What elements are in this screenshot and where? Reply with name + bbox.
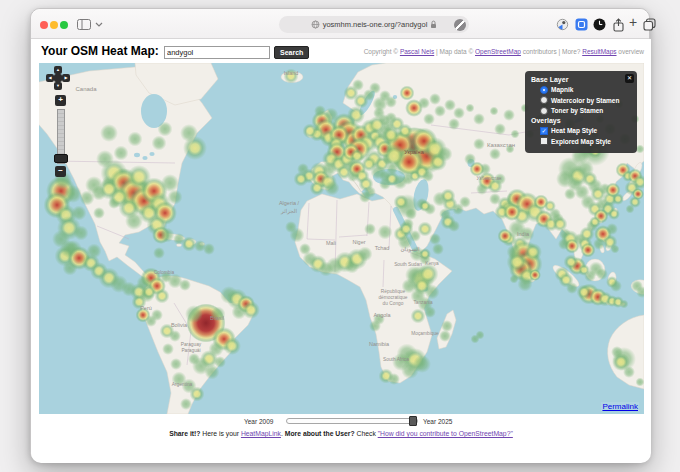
heat-point	[623, 366, 635, 378]
year-slider-handle[interactable]	[409, 416, 417, 426]
heat-point	[490, 107, 499, 116]
layer-panel-close-button[interactable]: ✕	[625, 74, 634, 83]
heat-point	[158, 122, 173, 137]
layer-switcher-panel: ✕ Base Layer MapnikWatercolor by StamenT…	[525, 71, 637, 153]
minimize-window-button[interactable]	[50, 21, 58, 29]
clock-extension-icon[interactable]	[593, 18, 606, 31]
map-label: Niger	[352, 239, 365, 245]
map-label: Україна	[404, 149, 424, 155]
heat-point	[434, 105, 446, 117]
share-icon[interactable]	[612, 18, 625, 32]
radio-button[interactable]	[540, 86, 548, 94]
heat-point	[179, 279, 191, 291]
map-label: Mali	[326, 240, 336, 246]
sidebar-toggle-icon[interactable]	[77, 19, 91, 30]
heat-point	[596, 268, 608, 280]
map-label: du Congo	[383, 301, 404, 306]
how-did-you-contribute-link[interactable]: "How did you contribute to OpenStreetMap…	[378, 430, 513, 437]
heat-point	[448, 118, 460, 130]
chevron-down-icon[interactable]	[95, 22, 103, 27]
extension-blue-icon[interactable]	[575, 18, 588, 31]
pan-down-button[interactable]: ▼	[54, 82, 62, 90]
heat-point	[72, 206, 87, 221]
heat-point	[100, 124, 118, 142]
radio-button[interactable]	[540, 96, 548, 104]
map-label: Argentina	[172, 382, 193, 387]
heat-point	[419, 200, 431, 212]
map-label: Казахстан	[487, 142, 515, 148]
permalink-link[interactable]: Permalink	[601, 402, 639, 411]
map-label: السودان	[401, 246, 420, 253]
map-label: India	[517, 231, 530, 237]
map-label: Tanzania	[413, 300, 433, 305]
map-label: démocratique	[378, 295, 407, 300]
heat-point	[190, 387, 205, 402]
copyright-line: Copyright © Pascal Neis | Map data © Ope…	[364, 48, 644, 55]
year-slider-track[interactable]	[286, 418, 418, 424]
pan-up-button[interactable]: ▲	[54, 66, 62, 74]
heat-point	[411, 309, 426, 324]
openstreetmap-link[interactable]: OpenStreetMap	[475, 48, 521, 55]
layer-option-label[interactable]: Toner by Stamen	[551, 107, 603, 114]
heat-point	[60, 240, 78, 258]
site-badge-icon[interactable]	[454, 19, 466, 31]
heat-point	[74, 226, 89, 241]
heat-point	[352, 79, 364, 91]
heat-point	[394, 195, 409, 210]
heat-point	[185, 305, 203, 323]
zoom-out-button[interactable]: −	[55, 166, 66, 177]
heat-point	[611, 245, 620, 254]
heat-point	[388, 373, 400, 385]
checkbox[interactable]	[540, 137, 548, 145]
zoom-window-button[interactable]	[60, 21, 68, 29]
heat-point	[188, 353, 200, 365]
map-canvas[interactable]: CanadaIslandУкраїнаКазахстанУзбекистанAl…	[39, 63, 644, 414]
heat-point	[459, 196, 471, 208]
heat-point	[593, 238, 605, 250]
layer-option-row: Toner by Stamen	[540, 107, 631, 115]
desktop-background: yosmhm.neis-one.org/?andygol + Your	[0, 0, 680, 472]
checkbox[interactable]	[540, 127, 548, 135]
map-label: Namibia	[369, 341, 390, 347]
layer-option-label[interactable]: Heat Map Style	[551, 127, 597, 134]
map-label: République	[381, 289, 406, 294]
tabs-overview-icon[interactable]	[643, 18, 656, 31]
heat-point	[438, 147, 453, 162]
zoom-slider-handle[interactable]	[54, 154, 68, 163]
username-input[interactable]	[164, 46, 270, 59]
map-label: Tchad	[375, 245, 390, 251]
heat-point	[214, 356, 226, 368]
heat-point	[589, 216, 601, 228]
heat-point	[155, 289, 170, 304]
pan-left-button[interactable]: ◀	[46, 74, 54, 82]
pan-right-button[interactable]: ▶	[62, 74, 70, 82]
search-button[interactable]: Search	[274, 46, 309, 59]
url-bar[interactable]: yosmhm.neis-one.org/?andygol	[279, 16, 469, 33]
close-window-button[interactable]	[40, 21, 48, 29]
heat-point	[378, 225, 393, 240]
map-label: Brasil	[210, 315, 224, 321]
heat-point	[170, 358, 182, 370]
layer-option-label[interactable]: Mapnik	[551, 86, 573, 93]
heat-point	[507, 245, 522, 260]
pan-center-button[interactable]	[54, 74, 62, 82]
year-end-label: Year 2025	[423, 418, 452, 425]
zoom-in-button[interactable]: +	[55, 95, 66, 106]
new-tab-icon[interactable]: +	[629, 14, 637, 30]
heat-point	[518, 277, 533, 292]
heat-point	[285, 221, 297, 233]
radio-button[interactable]	[540, 107, 548, 115]
heat-point	[64, 185, 82, 203]
page-title: Your OSM Heat Map:	[41, 44, 159, 58]
pascal-neis-link[interactable]: Pascal Neis	[400, 48, 434, 55]
privacy-shield-icon[interactable]	[556, 18, 569, 31]
heat-point	[612, 193, 624, 205]
heat-point	[232, 305, 247, 320]
layer-option-label[interactable]: Watercolor by Stamen	[551, 97, 619, 104]
layer-option-label[interactable]: Explored Map Style	[551, 138, 611, 145]
resultmaps-link[interactable]: ResultMaps	[582, 48, 616, 55]
base-layer-options: MapnikWatercolor by StamenToner by Stame…	[531, 86, 631, 115]
heat-point	[608, 208, 620, 220]
heatmap-link[interactable]: HeatMapLink	[241, 430, 281, 437]
heat-point	[169, 330, 181, 342]
